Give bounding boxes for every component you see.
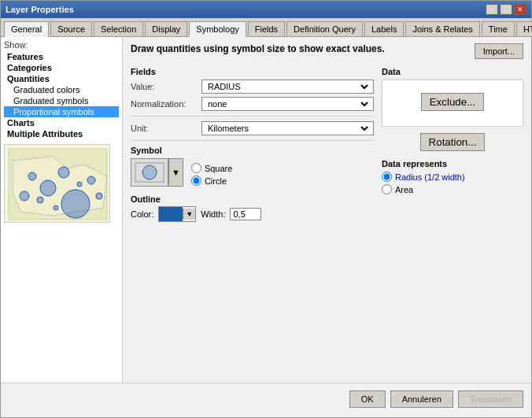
symbol-dropdown-arrow[interactable]: ▼ <box>168 158 183 187</box>
value-select[interactable]: RADIUS <box>205 81 371 92</box>
svg-point-3 <box>40 180 56 196</box>
sidebar-item-features[interactable]: Features <box>4 51 119 62</box>
color-swatch <box>159 207 183 221</box>
tab-bar: General Source Selection Display Symbolo… <box>1 18 531 37</box>
svg-point-5 <box>28 172 36 180</box>
svg-point-11 <box>54 205 58 210</box>
area-label: Area <box>395 185 413 194</box>
svg-point-2 <box>61 190 90 218</box>
sidebar-item-proportional-symbols[interactable]: Proportional symbols <box>4 106 119 117</box>
apply-button[interactable]: Toepassen <box>458 390 523 408</box>
square-radio[interactable] <box>191 163 201 173</box>
svg-point-9 <box>20 191 29 201</box>
tab-time[interactable]: Time <box>482 21 515 36</box>
tab-symbology[interactable]: Symbology <box>189 21 246 37</box>
exclude-button[interactable]: Exclude... <box>421 93 485 111</box>
tab-labels[interactable]: Labels <box>364 21 404 36</box>
width-input[interactable]: 0,5 <box>230 208 261 220</box>
color-label: Color: <box>131 209 153 219</box>
square-label: Square <box>205 164 232 173</box>
sidebar-item-categories[interactable]: Categories <box>4 62 119 73</box>
sidebar-item-multiple-attributes[interactable]: Multiple Attributes <box>4 128 119 139</box>
cancel-button[interactable]: Annuleren <box>390 390 453 408</box>
outline-label: Outline <box>131 194 374 204</box>
sidebar-item-charts[interactable]: Charts <box>4 117 119 128</box>
tab-source[interactable]: Source <box>50 21 92 36</box>
data-represents-label: Data represents <box>382 159 523 168</box>
footer: OK Annuleren Toepassen <box>1 383 531 414</box>
tab-joins-relates[interactable]: Joins & Relates <box>405 21 479 36</box>
tab-html-popup[interactable]: HTML Popup <box>516 21 532 36</box>
symbol-preview <box>131 158 168 187</box>
show-label: Show: <box>4 40 119 50</box>
data-box: Exclude... <box>382 80 523 127</box>
fields-label: Fields <box>131 67 374 76</box>
symbol-label: Symbol <box>131 146 374 155</box>
close-button[interactable]: ✕ <box>514 4 526 15</box>
sidebar-item-graduated-colors[interactable]: Graduated colors <box>4 84 119 95</box>
window-title: Layer Properties <box>6 5 74 14</box>
rotation-button[interactable]: Rotation... <box>420 133 486 151</box>
title-bar: Layer Properties ─ □ ✕ <box>1 1 531 18</box>
map-preview-svg <box>5 145 110 223</box>
svg-point-4 <box>58 167 69 178</box>
normalization-label: Normalization: <box>131 99 201 109</box>
sidebar-item-graduated-symbols[interactable]: Graduated symbols <box>4 95 119 106</box>
tab-general[interactable]: General <box>4 21 49 37</box>
svg-point-6 <box>87 176 95 184</box>
value-label: Value: <box>131 82 201 91</box>
maximize-button[interactable]: □ <box>500 4 512 15</box>
tab-display[interactable]: Display <box>145 21 187 36</box>
data-label: Data <box>382 67 523 76</box>
tab-fields[interactable]: Fields <box>248 21 285 36</box>
unit-label: Unit: <box>131 124 201 133</box>
svg-point-10 <box>96 193 102 199</box>
title-bar-buttons: ─ □ ✕ <box>486 4 526 15</box>
width-label: Width: <box>201 209 225 219</box>
circle-label: Circle <box>205 176 227 186</box>
tab-selection[interactable]: Selection <box>94 21 143 36</box>
svg-point-8 <box>77 182 82 187</box>
right-panel: Draw quantities using symbol size to sho… <box>123 37 531 383</box>
area-radio[interactable] <box>382 184 392 194</box>
layer-properties-window: Layer Properties ─ □ ✕ General Source Se… <box>0 0 532 418</box>
symbol-preview-svg <box>134 161 165 183</box>
import-button[interactable]: Import... <box>475 43 523 59</box>
color-dropdown-arrow[interactable]: ▼ <box>183 209 195 220</box>
radius-radio[interactable] <box>382 172 392 182</box>
svg-point-7 <box>37 197 43 203</box>
sidebar-item-quantities[interactable]: Quantities <box>4 73 119 84</box>
ok-button[interactable]: OK <box>349 390 386 408</box>
map-preview <box>4 144 110 223</box>
circle-radio[interactable] <box>191 176 201 186</box>
svg-point-13 <box>142 165 157 179</box>
color-picker[interactable]: ▼ <box>158 206 196 222</box>
left-panel: Show: Features Categories Quantities Gra… <box>1 37 123 383</box>
description-text: Draw quantities using symbol size to sho… <box>131 43 385 54</box>
data-represents-section: Data represents Radius (1/2 width) Area <box>382 159 523 194</box>
unit-select[interactable]: Kilometers <box>205 123 371 134</box>
normalization-select[interactable]: none <box>205 98 371 109</box>
minimize-button[interactable]: ─ <box>486 4 498 15</box>
tab-definition-query[interactable]: Definition Query <box>286 21 363 36</box>
radius-label: Radius (1/2 width) <box>395 172 465 182</box>
